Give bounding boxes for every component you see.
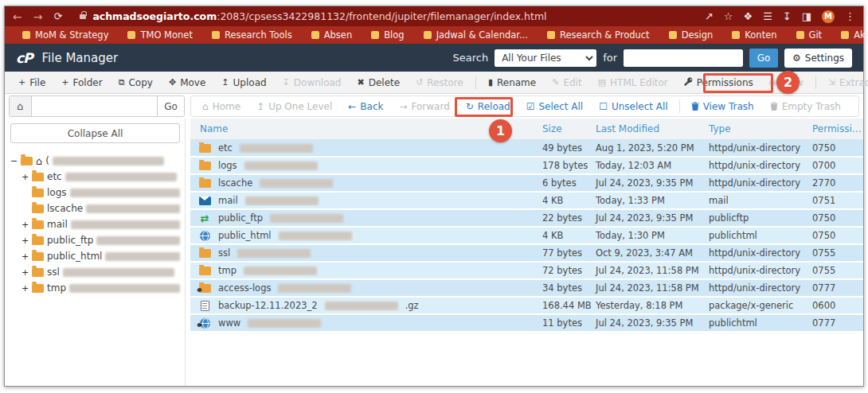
settings-button[interactable]: ⚙Settings xyxy=(784,49,852,68)
collapse-all-button[interactable]: Collapse All xyxy=(10,123,180,143)
table-row-mail[interactable]: mail 4 KB Today, 1:33 PM mail 0751 xyxy=(190,193,863,210)
path-go-button[interactable]: Go xyxy=(157,96,184,116)
bookmark-item-git[interactable]: Git xyxy=(788,29,831,41)
bookmark-item-konten[interactable]: Konten xyxy=(724,29,784,41)
tree-item-ssl[interactable]: + ssl xyxy=(10,264,180,280)
bookmark-item-research-product[interactable]: Research & Product xyxy=(539,29,658,41)
path-input[interactable] xyxy=(32,96,157,116)
select-all-button[interactable]: ☑ Select All xyxy=(518,96,591,116)
search-go-button[interactable]: Go xyxy=(749,49,778,68)
table-row-public-html[interactable]: public_html 4 KB Today, 1:30 PM publicht… xyxy=(190,228,863,245)
tree-item-root[interactable]: − ⌂ ( xyxy=(10,153,180,169)
forward-button[interactable]: → Forward xyxy=(391,96,457,116)
browser-back-icon[interactable]: ← xyxy=(13,10,22,23)
folder-button[interactable]: + Folder xyxy=(54,72,109,93)
move-button[interactable]: ✥ Move xyxy=(162,72,213,93)
tree-expander-icon[interactable]: + xyxy=(22,251,29,262)
search-input[interactable] xyxy=(624,49,743,67)
tree-item-lscache[interactable]: lscache xyxy=(10,200,180,216)
view-trash-button[interactable]: View Trash xyxy=(683,96,762,116)
bookmark-item-akses-khusus[interactable]: Akses khusus xyxy=(833,29,868,41)
tree-expander-icon[interactable]: + xyxy=(22,235,29,246)
table-row-lscache[interactable]: lscache 6 bytes Jul 24, 2023, 9:35 PM ht… xyxy=(190,175,863,193)
file-button[interactable]: + File xyxy=(11,72,53,93)
side-panel-icon[interactable]: ◨ xyxy=(802,11,811,21)
share-icon[interactable]: ↗ xyxy=(705,11,714,21)
table-row-access-logs[interactable]: access-logs 34 bytes Jul 24, 2023, 11:58… xyxy=(190,280,863,298)
bookmark-item-design[interactable]: Design xyxy=(661,29,721,41)
restore-button[interactable]: ↺ Restore xyxy=(409,72,471,93)
permissions-button[interactable]: Permissions xyxy=(677,72,760,93)
table-row-logs[interactable]: logs 178 bytes Today, 12:03 AM httpd/uni… xyxy=(190,158,863,175)
tree-item-public-ftp[interactable]: + public_ftp xyxy=(10,232,180,248)
column-header-permissions[interactable]: Permissions xyxy=(811,123,863,134)
column-header-name[interactable]: Name xyxy=(190,123,541,134)
edit-button[interactable]: ✎ Edit xyxy=(545,72,588,93)
bookmark-item-jadwal-calendar[interactable]: Jadwal & Calendar... xyxy=(416,29,536,41)
tree-item-etc[interactable]: + etc xyxy=(10,169,180,185)
html-editor-button[interactable]: ▤ HTML Editor xyxy=(591,72,675,93)
rename-button[interactable]: ▮ Rename xyxy=(481,72,543,93)
search-scope-select[interactable]: All Your Files xyxy=(495,49,596,67)
for-label: for xyxy=(603,52,617,64)
delete-button[interactable]: ✖ Delete xyxy=(350,72,407,93)
table-row-ssl[interactable]: ssl 77 bytes Oct 9, 2023, 3:47 AM httpd/… xyxy=(190,245,863,263)
column-header-size[interactable]: Size xyxy=(541,123,594,134)
bookmark-item-research-tools[interactable]: Research Tools xyxy=(204,29,300,41)
table-row-backup-12-11-2023-2[interactable]: backup-12.11.2023_2 .gz 168.44 MB Yester… xyxy=(190,298,863,315)
column-header-type[interactable]: Type xyxy=(707,123,811,134)
extensions-icon[interactable]: ❖ xyxy=(743,11,753,21)
table-row-www[interactable]: www 11 bytes Jul 24, 2023, 9:35 PM publi… xyxy=(190,315,863,333)
download-button[interactable]: ↧ Download xyxy=(276,72,349,93)
redacted-text xyxy=(96,236,180,245)
browser-reload-icon[interactable]: ⟳ xyxy=(53,10,62,22)
table-row-public-ftp[interactable]: ⇄ public_ftp 22 bytes Jul 24, 2023, 9:35… xyxy=(190,210,863,228)
column-header-last-modified[interactable]: Last Modified xyxy=(594,123,707,134)
bookmark-item-absen[interactable]: Absen xyxy=(303,29,361,41)
copy-button[interactable]: ⧉ Copy xyxy=(111,72,160,93)
bookmark-favicon-icon xyxy=(22,31,30,39)
tree-item-logs[interactable]: logs xyxy=(10,185,180,200)
bookmark-favicon-icon xyxy=(547,31,555,39)
extract-icon: ⇲ xyxy=(828,78,835,87)
home-icon[interactable]: ⌂ xyxy=(10,96,32,116)
bookmark-item-blog[interactable]: Blog xyxy=(363,29,412,41)
address-bar[interactable]: achmadsoegiarto.com :2083/cpsess34229811… xyxy=(80,10,695,22)
table-row-etc[interactable]: etc 49 bytes Aug 1, 2023, 5:20 PM httpd/… xyxy=(190,140,863,158)
browser-list-icon[interactable]: ☰ xyxy=(763,11,772,21)
unselect-all-button[interactable]: ☐ Unselect All xyxy=(591,96,676,116)
browser-menu-icon[interactable]: ⋮ xyxy=(845,11,855,21)
redacted-text xyxy=(270,214,343,223)
toolbar-button-label: Restore xyxy=(427,77,463,88)
profile-avatar[interactable]: M xyxy=(822,10,835,23)
file-type: httpd/unix-directory xyxy=(707,247,811,259)
empty-trash-button[interactable]: Empty Trash xyxy=(762,96,849,116)
bookmark-item-mom-strategy[interactable]: MoM & Strategy xyxy=(14,29,116,41)
extract-button[interactable]: ⇲ Extract xyxy=(821,72,868,93)
table-row-tmp[interactable]: tmp 72 bytes Jul 24, 2023, 11:58 PM http… xyxy=(190,263,863,280)
tree-expander-icon[interactable]: + xyxy=(22,283,29,294)
nav-button-label: Home xyxy=(213,101,240,112)
browser-forward-icon[interactable]: → xyxy=(33,10,43,23)
upload-button[interactable]: ↥ Upload xyxy=(214,72,273,93)
tree-expander-icon[interactable]: + xyxy=(22,172,29,182)
bookmark-label: Absen xyxy=(324,29,353,41)
tree-item-mail[interactable]: + mail xyxy=(10,216,180,232)
tree-expander-icon[interactable]: + xyxy=(22,220,29,230)
file-size: 77 bytes xyxy=(541,247,594,259)
downloads-icon[interactable]: ↧ xyxy=(783,11,792,21)
tree-item-tmp[interactable]: + tmp xyxy=(10,280,180,296)
bookmark-label: Jadwal & Calendar... xyxy=(436,29,528,41)
reload-button[interactable]: ↻ Reload xyxy=(458,96,518,116)
tree-expander-icon[interactable]: − xyxy=(10,156,18,166)
folder-link-icon xyxy=(198,283,211,294)
bookmark-item-tmo-monet[interactable]: TMO Monet xyxy=(119,29,201,41)
tree-item-public-html[interactable]: + public_html xyxy=(10,248,180,264)
tree-expander-icon[interactable]: + xyxy=(22,267,29,278)
home-button[interactable]: ⌂ Home xyxy=(194,96,248,116)
file-type: publichtml xyxy=(707,317,811,329)
back-button[interactable]: ← Back xyxy=(340,96,391,116)
bookmark-star-icon[interactable]: ☆ xyxy=(724,11,733,21)
toolbar-button-label: Move xyxy=(180,77,205,88)
up-one-level-button[interactable]: ↥ Up One Level xyxy=(248,96,340,116)
